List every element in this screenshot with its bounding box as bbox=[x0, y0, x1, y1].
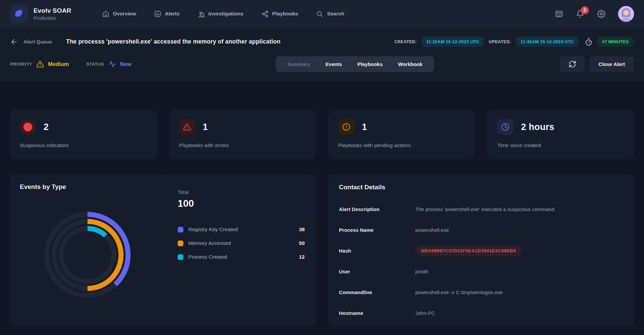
refresh-icon bbox=[569, 60, 576, 68]
stopwatch-icon-wrap bbox=[585, 38, 593, 46]
alert-circle-icon bbox=[338, 119, 354, 135]
alert-timestamps: CREATED: 11:32AM 15-12-2023 UTC UPDATED:… bbox=[394, 37, 634, 47]
workflow-icon bbox=[261, 10, 269, 17]
contact-row-label: Alert Description bbox=[339, 206, 415, 212]
priority-status-group: PRIORITY Medium STATUS New bbox=[10, 60, 131, 68]
updated-label: UPDATED: bbox=[489, 40, 511, 44]
notification-badge: 2 bbox=[581, 6, 589, 14]
contact-row-alert-description: Alert DescriptionThe process 'powershell… bbox=[339, 199, 624, 220]
donut-chart bbox=[20, 191, 155, 319]
app-name: Evolv SOAR bbox=[34, 7, 71, 14]
nav-item-search[interactable]: Search bbox=[316, 10, 344, 17]
contact-row-commandline: Commandlinepowershell.exe -c C:\tmp\wiml… bbox=[339, 282, 624, 303]
stat-card-time-since-created: 2 hours Time since created bbox=[487, 110, 634, 159]
stat-value: 2 bbox=[44, 122, 49, 132]
app-logo[interactable] bbox=[10, 5, 28, 23]
contact-row-value: powershell.exe -c C:\tmp\wimlogon.exe bbox=[415, 289, 503, 295]
stat-value: 1 bbox=[362, 122, 367, 132]
clock-icon bbox=[497, 119, 513, 135]
gear-icon bbox=[597, 10, 605, 18]
legend-row: Process Created12 bbox=[178, 254, 305, 260]
events-by-type-card: Events by Type Total 100 Registry Key Cr… bbox=[10, 174, 316, 326]
updated-value-pill: 11:45AM 15-12-2023 UTC bbox=[516, 37, 579, 47]
created-label: CREATED: bbox=[394, 40, 417, 44]
alert-tabs: SummaryEventsPlaybooksWorkbook bbox=[276, 56, 434, 72]
stat-label: Playbooks with pending actions bbox=[338, 142, 465, 148]
donut-chart-svg bbox=[42, 209, 133, 300]
logo-leaf-icon bbox=[13, 8, 25, 19]
nav-label: Alerts bbox=[165, 11, 180, 17]
nav-item-alerts[interactable]: Alerts bbox=[154, 10, 180, 17]
tab-playbooks[interactable]: Playbooks bbox=[350, 56, 390, 72]
status-value: New bbox=[120, 61, 131, 67]
settings-button[interactable] bbox=[597, 10, 605, 18]
stat-label: Playbooks with errors bbox=[179, 142, 306, 148]
stat-card-playbooks-pending: 1 Playbooks with pending actions bbox=[329, 110, 475, 159]
avatar-person-icon bbox=[618, 6, 634, 22]
user-avatar[interactable] bbox=[618, 6, 634, 22]
priority-value: Medium bbox=[48, 61, 69, 67]
tab-summary[interactable]: Summary bbox=[280, 56, 318, 72]
alert-triangle-icon bbox=[179, 119, 195, 135]
back-button[interactable] bbox=[10, 38, 18, 46]
contact-details-card: Contact Details Alert DescriptionThe pro… bbox=[329, 174, 634, 326]
tab-workbook[interactable]: Workbook bbox=[390, 56, 430, 72]
contact-details-title: Contact Details bbox=[339, 175, 624, 199]
nav-item-playbooks[interactable]: Playbooks bbox=[261, 10, 298, 17]
alert-header: Alert Queue The processs 'powershell.exe… bbox=[0, 28, 644, 82]
summary-content: 2 Suspicious indicators 1 Playbooks with… bbox=[0, 82, 644, 335]
legend-label: Registry Key Created bbox=[188, 226, 294, 232]
contact-row-label: User bbox=[339, 269, 415, 274]
breadcrumb-alert-queue[interactable]: Alert Queue bbox=[23, 39, 52, 45]
console-button[interactable] bbox=[555, 10, 563, 18]
legend-swatch bbox=[178, 227, 183, 232]
legend-swatch bbox=[178, 254, 183, 260]
alert-header-bottom: PRIORITY Medium STATUS New SummaryEvents… bbox=[10, 56, 634, 72]
legend-swatch bbox=[178, 241, 183, 246]
legend-row: Memory Accessed50 bbox=[178, 240, 305, 246]
legend-label: Memory Accessed bbox=[188, 240, 294, 246]
app-environment: Production bbox=[34, 15, 71, 21]
stopwatch-icon bbox=[585, 38, 593, 46]
priority-label: PRIORITY bbox=[10, 62, 32, 67]
contact-row-label: Process Name bbox=[339, 227, 415, 233]
activity-pulse-icon bbox=[108, 60, 116, 68]
contact-row-value: John-PC bbox=[415, 310, 435, 316]
contact-row-value: powershell.exe bbox=[415, 227, 449, 233]
events-card-title: Events by Type bbox=[20, 183, 155, 191]
microscope-icon bbox=[198, 10, 205, 17]
contact-row-label: Hostname bbox=[339, 310, 415, 316]
stat-card-suspicious-indicators: 2 Suspicious indicators bbox=[10, 110, 157, 159]
nav-right-cluster: 2 bbox=[555, 6, 634, 22]
contact-row-label: Hash bbox=[339, 248, 415, 254]
legend-label: Process Created bbox=[188, 254, 294, 260]
chart-legend-panel: Total 100 Registry Key Created38Memory A… bbox=[165, 175, 315, 326]
donut-chart-panel: Events by Type bbox=[10, 175, 165, 326]
contact-row-label: Commandline bbox=[339, 289, 415, 295]
nav-item-overview[interactable]: Overview bbox=[102, 10, 136, 17]
legend-value: 50 bbox=[299, 240, 305, 246]
nav-label: Overview bbox=[113, 11, 136, 17]
notifications-button[interactable]: 2 bbox=[576, 10, 584, 18]
stat-value: 2 hours bbox=[521, 122, 554, 132]
refresh-button[interactable] bbox=[560, 56, 585, 72]
top-navbar: Evolv SOAR Production Overview Alerts In… bbox=[0, 0, 644, 28]
contact-row-hostname: HostnameJohn-PC bbox=[339, 303, 624, 324]
contact-row-process-name: Process Namepowershell.exe bbox=[339, 220, 624, 241]
warning-triangle-icon bbox=[36, 60, 44, 68]
alert-actions: Close Alert bbox=[560, 56, 634, 72]
legend-row: Registry Key Created38 bbox=[178, 226, 305, 232]
nav-label: Investigations bbox=[209, 11, 243, 17]
lower-content-row: Events by Type Total 100 Registry Key Cr… bbox=[10, 174, 634, 335]
arrow-left-icon bbox=[10, 38, 18, 46]
created-value-pill: 11:32AM 15-12-2023 UTC bbox=[421, 37, 484, 47]
contact-row-value: jsmith bbox=[415, 269, 428, 274]
close-alert-button[interactable]: Close Alert bbox=[589, 56, 634, 72]
search-icon bbox=[316, 10, 323, 17]
nav-item-investigations[interactable]: Investigations bbox=[198, 10, 243, 17]
elapsed-time-pill: 47 MINUTES bbox=[597, 37, 634, 47]
tab-events[interactable]: Events bbox=[318, 56, 350, 72]
total-label: Total bbox=[178, 189, 305, 195]
main-nav: Overview Alerts Investigations Playbooks… bbox=[102, 10, 344, 17]
contact-row-user: Userjsmith bbox=[339, 261, 624, 282]
